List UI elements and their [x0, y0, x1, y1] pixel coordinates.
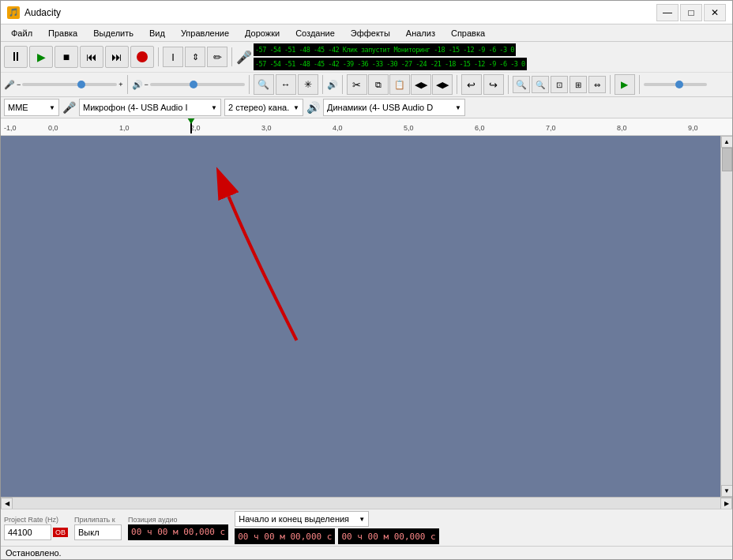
playback-play-button[interactable]: ▶ [615, 74, 635, 95]
vu-numbers-bot[interactable]: -57 -54 -51 -48 -45 -42 -39 -36 -33 -30 … [254, 58, 527, 70]
slider-minus-mic: − [17, 81, 21, 88]
region-label: Начало и конец выделения [239, 514, 349, 524]
tool-zoom[interactable]: 🔍 [254, 74, 274, 95]
menu-select[interactable]: Выделить [86, 26, 141, 40]
snap-input[interactable]: Выкл [74, 524, 122, 540]
menu-analyze[interactable]: Анализ [399, 26, 442, 40]
ruler-tick-n1: -1,0 [4, 124, 17, 132]
sep-10 [639, 75, 640, 94]
project-rate-value: 44100 [8, 528, 32, 537]
trim-button[interactable]: ◀▶ [411, 74, 431, 95]
ruler-tick-7: 7,0 [546, 124, 556, 132]
spk-slider-thumb[interactable] [190, 81, 197, 88]
scrollbar-thumb[interactable] [722, 148, 732, 171]
speaker-device-select[interactable]: Динамики (4- USB Audio D ▼ [323, 99, 465, 116]
zoom-fit-button[interactable]: ⊡ [551, 76, 568, 93]
menu-manage[interactable]: Управление [174, 26, 236, 40]
pb-slider-track[interactable] [644, 83, 707, 86]
hscroll-right-button[interactable]: ▶ [720, 498, 732, 509]
region-selector-row: Начало и конец выделения ▼ [235, 511, 438, 527]
menubar: Файл Правка Выделить Вид Управление Доро… [1, 24, 732, 42]
stop-button[interactable]: ■ [55, 46, 78, 68]
silence-button[interactable]: ◀▶ [432, 74, 453, 95]
skip-back-button[interactable]: ⏮ [80, 46, 103, 68]
scroll-up-button[interactable]: ▲ [721, 136, 733, 148]
maximize-button[interactable]: □ [680, 4, 702, 21]
play-button[interactable]: ▶ [29, 46, 53, 68]
play-position-marker [187, 118, 195, 124]
scroll-down-button[interactable]: ▼ [721, 485, 733, 497]
skip-forward-button[interactable]: ⏭ [105, 46, 129, 68]
hscroll-track [13, 498, 720, 509]
menu-effects[interactable]: Эффекты [344, 26, 397, 40]
mic-slider-container [22, 83, 117, 86]
tool-draw[interactable]: ✏ [207, 47, 227, 67]
region-end-time[interactable]: 00 ч 00 м 00,000 с [338, 528, 438, 544]
copy-button[interactable]: ⧉ [368, 74, 389, 95]
position-field: Позиция аудио 00 ч 00 м 00,000 с [128, 516, 228, 540]
app-icon: 🎵 [7, 6, 20, 19]
tool-envelope[interactable]: ⇕ [185, 47, 205, 67]
region-dropdown[interactable]: Начало и конец выделения ▼ [235, 511, 369, 527]
zoom-sel-button[interactable]: ⊞ [569, 76, 587, 93]
menu-edit[interactable]: Правка [41, 26, 85, 40]
hscroll-left-button[interactable]: ◀ [1, 498, 13, 509]
redo-button[interactable]: ↪ [483, 74, 504, 95]
menu-help[interactable]: Справка [444, 26, 492, 40]
record-button[interactable] [130, 46, 154, 68]
vu-numbers-top[interactable]: -57 -54 -51 -48 -45 -42 Клик запустит Мо… [254, 43, 516, 56]
snap-value: Выкл [78, 528, 100, 537]
sep-1 [158, 47, 159, 66]
menu-file[interactable]: Файл [4, 26, 39, 40]
project-rate-input[interactable]: 44100 [4, 524, 51, 540]
speaker-chevron-icon: ▼ [455, 104, 461, 111]
region-start-time[interactable]: 00 ч 00 м 00,000 с [235, 528, 335, 544]
vu-text-top: -57 -54 -51 -48 -45 -42 Клик запустит Мо… [255, 46, 514, 54]
zoom-in-button[interactable]: 🔍 [513, 76, 530, 93]
position-time[interactable]: 00 ч 00 м 00,000 с [128, 524, 228, 540]
vu-row-2: -57 -54 -51 -48 -45 -42 -39 -36 -33 -30 … [254, 58, 527, 70]
sep-7 [457, 75, 457, 94]
project-rate-field: Project Rate (Hz) 44100 OB [4, 516, 68, 540]
menu-view[interactable]: Вид [142, 26, 172, 40]
minimize-button[interactable]: — [656, 4, 678, 21]
vu-row-1: -57 -54 -51 -48 -45 -42 Клик запустит Мо… [254, 43, 527, 56]
statusbar-bottom: Остановлено. [1, 547, 732, 559]
mic-slider-track[interactable] [22, 83, 117, 86]
ruler: -1,0 0,0 1,0 2,0 3,0 4,0 5,0 6,0 7,0 8,0… [1, 118, 732, 136]
region-times: 00 ч 00 м 00,000 с 00 ч 00 м 00,000 с [235, 528, 438, 544]
pb-slider-container [644, 83, 707, 86]
annotation-arrow [1, 136, 720, 497]
sep-6 [342, 75, 343, 94]
tool-ibeam[interactable]: I [163, 47, 183, 67]
track-content[interactable] [1, 136, 720, 497]
undo-button[interactable]: ↩ [461, 74, 482, 95]
region-chevron-icon: ▼ [359, 516, 365, 523]
zoom-out-button[interactable]: 🔍 [532, 76, 549, 93]
paste-button[interactable]: 📋 [389, 74, 410, 95]
sep-4 [249, 75, 250, 94]
titlebar: 🎵 Audacity — □ ✕ [1, 1, 732, 24]
spk-slider-track[interactable] [150, 83, 245, 86]
tool-timeshift[interactable]: ↔ [276, 74, 296, 95]
channels-select[interactable]: 2 стерео) кана. ▼ [224, 99, 303, 116]
position-label: Позиция аудио [128, 516, 228, 524]
tool-multi[interactable]: ✳ [298, 74, 318, 95]
window-title: Audacity [24, 7, 61, 18]
close-button[interactable]: ✕ [704, 4, 726, 21]
pb-slider-thumb[interactable] [675, 81, 683, 88]
project-rate-container: 44100 OB [4, 524, 68, 540]
toolbars: ⏸ ▶ ■ ⏮ ⏭ I ⇕ ✏ 🎤 -57 -54 -5 [1, 42, 732, 118]
ruler-tick-4: 4,0 [333, 124, 343, 132]
ob-logo: OB [53, 528, 68, 537]
mic-icon: 🎤 [236, 50, 252, 65]
pause-button[interactable]: ⏸ [4, 46, 28, 68]
mic-device-select[interactable]: Микрофон (4- USB Audio I ▼ [79, 99, 221, 116]
menu-generate[interactable]: Создание [288, 26, 342, 40]
main-window: 🎵 Audacity — □ ✕ Файл Правка Выделить Ви… [0, 0, 733, 560]
zoom-toggle-button[interactable]: ⇔ [588, 76, 606, 93]
mic-slider-thumb[interactable] [77, 81, 85, 88]
cut-button[interactable]: ✂ [347, 74, 367, 95]
menu-tracks[interactable]: Дорожки [238, 26, 287, 40]
host-select[interactable]: MME ▼ [4, 99, 59, 116]
